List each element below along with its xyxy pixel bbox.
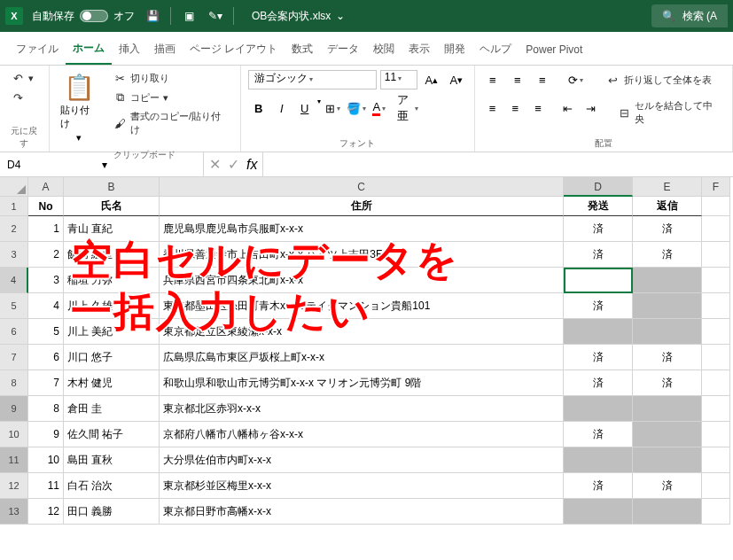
font-size-select[interactable]: 11 bbox=[380, 70, 417, 89]
format-painter-button[interactable]: 🖌書式のコピー/貼り付け bbox=[109, 108, 233, 138]
cell[interactable]: 済 bbox=[564, 422, 633, 447]
cell[interactable]: 住所 bbox=[160, 197, 564, 216]
cell[interactable] bbox=[702, 242, 730, 268]
underline-button[interactable]: U bbox=[294, 97, 316, 119]
row-header-8[interactable]: 8 bbox=[0, 370, 28, 396]
font-color-button[interactable]: A bbox=[369, 97, 390, 119]
cell[interactable]: 東京都杉並区梅里x-x-x bbox=[160, 473, 564, 499]
cell[interactable] bbox=[564, 499, 633, 525]
cell[interactable]: 済 bbox=[564, 242, 633, 268]
tab-データ[interactable]: データ bbox=[320, 33, 366, 64]
cell[interactable]: 島田 直秋 bbox=[64, 447, 160, 473]
increase-indent-button[interactable]: ⇥ bbox=[581, 97, 602, 119]
row-header-1[interactable]: 1 bbox=[0, 197, 28, 216]
cell[interactable] bbox=[633, 447, 702, 473]
cell[interactable] bbox=[633, 499, 702, 525]
col-header-F[interactable]: F bbox=[702, 177, 730, 197]
align-right-button[interactable]: ≡ bbox=[527, 97, 549, 119]
cell[interactable] bbox=[633, 422, 702, 447]
cell[interactable] bbox=[702, 216, 730, 242]
cell[interactable]: 11 bbox=[28, 473, 64, 499]
tab-ページ レイアウト[interactable]: ページ レイアウト bbox=[183, 33, 285, 64]
cell[interactable] bbox=[633, 319, 702, 345]
cell[interactable]: 6 bbox=[28, 345, 64, 370]
align-center-button[interactable]: ≡ bbox=[504, 97, 526, 119]
cell[interactable]: 東京都足立区東綾瀬x-x-x bbox=[160, 319, 564, 345]
cell[interactable]: 5 bbox=[28, 319, 64, 345]
cell[interactable]: 済 bbox=[564, 473, 633, 499]
paste-button[interactable]: 📋 貼り付け ▾ bbox=[57, 69, 103, 147]
cell[interactable]: 3 bbox=[28, 268, 64, 293]
cell[interactable] bbox=[702, 268, 730, 293]
cell[interactable]: 田口 義勝 bbox=[64, 499, 160, 525]
row-header-3[interactable]: 3 bbox=[0, 242, 28, 268]
row-header-13[interactable]: 13 bbox=[0, 499, 28, 525]
phonetic-button[interactable]: ア亜 bbox=[397, 97, 418, 119]
cell[interactable]: 2 bbox=[28, 242, 64, 268]
cut-button[interactable]: ✂切り取り bbox=[109, 69, 233, 87]
cell[interactable] bbox=[702, 473, 730, 499]
col-header-A[interactable]: A bbox=[28, 177, 64, 197]
tab-校閲[interactable]: 校閲 bbox=[366, 33, 402, 64]
cell[interactable]: 9 bbox=[28, 422, 64, 447]
row-header-6[interactable]: 6 bbox=[0, 319, 28, 345]
cell[interactable]: 倉田 圭 bbox=[64, 396, 160, 422]
merge-center-button[interactable]: ⊟セルを結合して中央 bbox=[613, 97, 725, 128]
tab-ホーム[interactable]: ホーム bbox=[66, 32, 112, 65]
row-header-5[interactable]: 5 bbox=[0, 293, 28, 319]
cell[interactable]: 東京都日野市高幡x-x-x bbox=[160, 499, 564, 525]
cell[interactable]: 川上 美紀 bbox=[64, 319, 160, 345]
qat-icon-1[interactable]: ▣ bbox=[180, 7, 198, 25]
cell[interactable]: 済 bbox=[633, 216, 702, 242]
row-header-4[interactable]: 4 bbox=[0, 268, 28, 293]
cell[interactable]: 白石 治次 bbox=[64, 473, 160, 499]
align-top-button[interactable]: ≡ bbox=[482, 69, 503, 90]
col-header-E[interactable]: E bbox=[633, 177, 702, 197]
cell[interactable] bbox=[564, 447, 633, 473]
cell[interactable]: 済 bbox=[633, 370, 702, 396]
cell[interactable] bbox=[633, 396, 702, 422]
cell[interactable] bbox=[702, 447, 730, 473]
cell[interactable]: 青山 直紀 bbox=[64, 216, 160, 242]
redo-button[interactable]: ↷ bbox=[7, 89, 28, 106]
cell[interactable]: 4 bbox=[28, 293, 64, 319]
row-header-11[interactable]: 11 bbox=[0, 447, 28, 473]
cell[interactable]: 佐久間 祐子 bbox=[64, 422, 160, 447]
bold-button[interactable]: B bbox=[248, 97, 269, 119]
autosave-toggle[interactable]: 自動保存 オフ bbox=[32, 9, 135, 24]
cell[interactable]: 済 bbox=[564, 293, 633, 319]
cell[interactable] bbox=[702, 293, 730, 319]
cell[interactable] bbox=[702, 422, 730, 447]
cell[interactable]: 広島県広島市東区戸坂桜上町x-x-x bbox=[160, 345, 564, 370]
cell[interactable]: 済 bbox=[564, 345, 633, 370]
save-icon[interactable]: 💾 bbox=[144, 7, 161, 25]
tab-挿入[interactable]: 挿入 bbox=[112, 33, 147, 64]
decrease-font-button[interactable]: A▾ bbox=[446, 69, 467, 90]
cell[interactable]: 東京都北区赤羽x-x-x bbox=[160, 396, 564, 422]
border-button[interactable]: ⊞ bbox=[323, 97, 344, 119]
row-header-9[interactable]: 9 bbox=[0, 396, 28, 422]
align-middle-button[interactable]: ≡ bbox=[507, 69, 528, 90]
fill-color-button[interactable]: 🪣 bbox=[346, 97, 367, 119]
row-header-12[interactable]: 12 bbox=[0, 473, 28, 499]
cell[interactable]: 京都府八幡市八幡柿ヶ谷x-x-x bbox=[160, 422, 564, 447]
cell[interactable] bbox=[564, 268, 633, 293]
row-header-7[interactable]: 7 bbox=[0, 345, 28, 370]
cell[interactable] bbox=[564, 319, 633, 345]
qat-icon-2[interactable]: ✎▾ bbox=[207, 7, 224, 25]
cell[interactable] bbox=[702, 345, 730, 370]
cell[interactable] bbox=[702, 319, 730, 345]
cell[interactable]: 大分県佐伯市内町x-x-x bbox=[160, 447, 564, 473]
cell[interactable]: 1 bbox=[28, 216, 64, 242]
cell[interactable] bbox=[702, 396, 730, 422]
cell[interactable]: 済 bbox=[564, 216, 633, 242]
align-bottom-button[interactable]: ≡ bbox=[532, 69, 553, 90]
cell[interactable] bbox=[633, 268, 702, 293]
tab-Power Pivot[interactable]: Power Pivot bbox=[519, 35, 589, 63]
cell[interactable] bbox=[702, 499, 730, 525]
copy-button[interactable]: ⧉コピー▾ bbox=[109, 89, 233, 106]
cell[interactable] bbox=[702, 197, 730, 216]
cell[interactable]: 済 bbox=[633, 345, 702, 370]
undo-button[interactable]: ↶▾ bbox=[7, 69, 37, 87]
font-name-select[interactable]: 游ゴシック bbox=[248, 70, 377, 89]
